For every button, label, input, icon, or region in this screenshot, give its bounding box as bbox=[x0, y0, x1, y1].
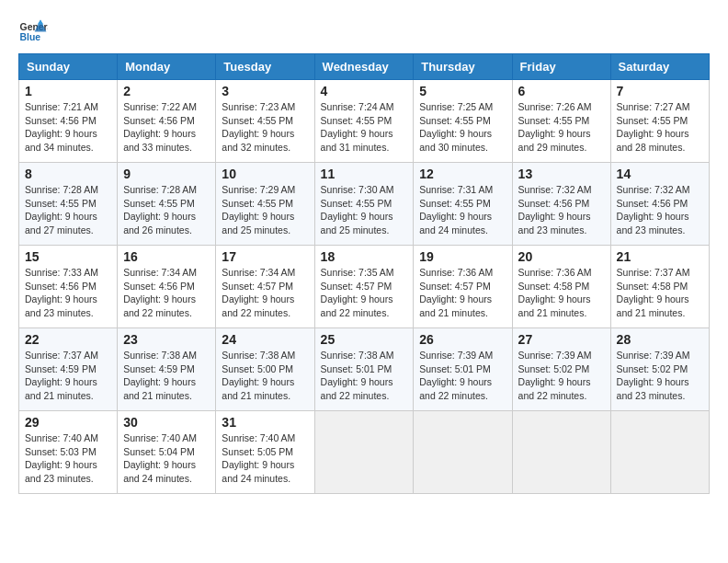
calendar-cell: 2 Sunrise: 7:22 AMSunset: 4:56 PMDayligh… bbox=[118, 80, 216, 163]
logo-icon: General Blue bbox=[18, 18, 48, 44]
calendar-cell: 31 Sunrise: 7:40 AMSunset: 5:05 PMDaylig… bbox=[216, 411, 314, 494]
logo: General Blue bbox=[18, 18, 48, 44]
day-number: 16 bbox=[123, 249, 210, 264]
day-number: 5 bbox=[419, 84, 506, 98]
calendar-cell: 28 Sunrise: 7:39 AMSunset: 5:02 PMDaylig… bbox=[610, 328, 709, 411]
day-info: Sunrise: 7:40 AMSunset: 5:03 PMDaylight:… bbox=[25, 432, 98, 484]
calendar-table: SundayMondayTuesdayWednesdayThursdayFrid… bbox=[18, 53, 710, 494]
day-info: Sunrise: 7:39 AMSunset: 5:01 PMDaylight:… bbox=[419, 350, 493, 401]
day-info: Sunrise: 7:40 AMSunset: 5:04 PMDaylight:… bbox=[123, 432, 197, 484]
day-info: Sunrise: 7:39 AMSunset: 5:02 PMDaylight:… bbox=[617, 350, 690, 401]
weekday-header: Friday bbox=[512, 54, 610, 80]
page-header: General Blue bbox=[18, 18, 710, 44]
calendar-cell: 3 Sunrise: 7:23 AMSunset: 4:55 PMDayligh… bbox=[216, 80, 314, 163]
day-info: Sunrise: 7:28 AMSunset: 4:55 PMDaylight:… bbox=[25, 184, 98, 236]
calendar-week-row: 29 Sunrise: 7:40 AMSunset: 5:03 PMDaylig… bbox=[19, 411, 710, 494]
calendar-cell: 5 Sunrise: 7:25 AMSunset: 4:55 PMDayligh… bbox=[414, 80, 512, 163]
day-info: Sunrise: 7:37 AMSunset: 4:58 PMDaylight:… bbox=[617, 267, 690, 318]
day-number: 27 bbox=[518, 332, 605, 347]
calendar-cell: 23 Sunrise: 7:38 AMSunset: 4:59 PMDaylig… bbox=[118, 328, 216, 411]
day-info: Sunrise: 7:38 AMSunset: 4:59 PMDaylight:… bbox=[123, 350, 197, 401]
day-info: Sunrise: 7:36 AMSunset: 4:57 PMDaylight:… bbox=[419, 267, 493, 318]
day-number: 20 bbox=[518, 249, 605, 264]
svg-text:Blue: Blue bbox=[20, 32, 41, 42]
calendar-cell bbox=[314, 411, 414, 494]
calendar-week-row: 15 Sunrise: 7:33 AMSunset: 4:56 PMDaylig… bbox=[19, 246, 710, 328]
day-info: Sunrise: 7:39 AMSunset: 5:02 PMDaylight:… bbox=[518, 350, 592, 401]
calendar-cell: 10 Sunrise: 7:29 AMSunset: 4:55 PMDaylig… bbox=[216, 163, 314, 246]
day-info: Sunrise: 7:25 AMSunset: 4:55 PMDaylight:… bbox=[419, 101, 493, 153]
calendar-cell: 22 Sunrise: 7:37 AMSunset: 4:59 PMDaylig… bbox=[19, 328, 118, 411]
day-info: Sunrise: 7:38 AMSunset: 5:01 PMDaylight:… bbox=[321, 350, 394, 401]
calendar-cell bbox=[414, 411, 512, 494]
day-number: 15 bbox=[25, 249, 111, 264]
calendar-cell bbox=[610, 411, 709, 494]
day-number: 29 bbox=[25, 415, 111, 430]
calendar-cell: 21 Sunrise: 7:37 AMSunset: 4:58 PMDaylig… bbox=[610, 246, 709, 328]
calendar-cell: 24 Sunrise: 7:38 AMSunset: 5:00 PMDaylig… bbox=[216, 328, 314, 411]
day-info: Sunrise: 7:29 AMSunset: 4:55 PMDaylight:… bbox=[222, 184, 295, 236]
calendar-cell: 12 Sunrise: 7:31 AMSunset: 4:55 PMDaylig… bbox=[414, 163, 512, 246]
day-number: 30 bbox=[123, 415, 210, 430]
weekday-header: Thursday bbox=[414, 54, 512, 80]
weekday-header: Wednesday bbox=[314, 54, 414, 80]
calendar-cell: 14 Sunrise: 7:32 AMSunset: 4:56 PMDaylig… bbox=[610, 163, 709, 246]
day-number: 7 bbox=[617, 84, 703, 98]
calendar-cell: 16 Sunrise: 7:34 AMSunset: 4:56 PMDaylig… bbox=[118, 246, 216, 328]
weekday-header: Tuesday bbox=[216, 54, 314, 80]
day-number: 21 bbox=[617, 249, 703, 264]
day-info: Sunrise: 7:36 AMSunset: 4:58 PMDaylight:… bbox=[518, 267, 592, 318]
day-number: 3 bbox=[222, 84, 308, 98]
calendar-cell: 26 Sunrise: 7:39 AMSunset: 5:01 PMDaylig… bbox=[414, 328, 512, 411]
day-number: 6 bbox=[518, 84, 605, 98]
day-number: 14 bbox=[617, 167, 703, 181]
day-number: 19 bbox=[419, 249, 506, 264]
day-info: Sunrise: 7:31 AMSunset: 4:55 PMDaylight:… bbox=[419, 184, 493, 236]
calendar-cell: 6 Sunrise: 7:26 AMSunset: 4:55 PMDayligh… bbox=[512, 80, 610, 163]
day-number: 8 bbox=[25, 167, 111, 181]
calendar-week-row: 22 Sunrise: 7:37 AMSunset: 4:59 PMDaylig… bbox=[19, 328, 710, 411]
calendar-cell: 11 Sunrise: 7:30 AMSunset: 4:55 PMDaylig… bbox=[314, 163, 414, 246]
day-number: 12 bbox=[419, 167, 506, 181]
calendar-cell: 7 Sunrise: 7:27 AMSunset: 4:55 PMDayligh… bbox=[610, 80, 709, 163]
weekday-header: Monday bbox=[118, 54, 216, 80]
calendar-cell: 18 Sunrise: 7:35 AMSunset: 4:57 PMDaylig… bbox=[314, 246, 414, 328]
calendar-cell: 8 Sunrise: 7:28 AMSunset: 4:55 PMDayligh… bbox=[19, 163, 118, 246]
day-number: 17 bbox=[222, 249, 308, 264]
day-info: Sunrise: 7:32 AMSunset: 4:56 PMDaylight:… bbox=[518, 184, 592, 236]
day-number: 10 bbox=[222, 167, 308, 181]
day-info: Sunrise: 7:26 AMSunset: 4:55 PMDaylight:… bbox=[518, 101, 592, 153]
day-info: Sunrise: 7:35 AMSunset: 4:57 PMDaylight:… bbox=[321, 267, 394, 318]
day-number: 24 bbox=[222, 332, 308, 347]
day-number: 26 bbox=[419, 332, 506, 347]
calendar-cell: 20 Sunrise: 7:36 AMSunset: 4:58 PMDaylig… bbox=[512, 246, 610, 328]
day-info: Sunrise: 7:34 AMSunset: 4:56 PMDaylight:… bbox=[123, 267, 197, 318]
day-info: Sunrise: 7:28 AMSunset: 4:55 PMDaylight:… bbox=[123, 184, 197, 236]
calendar-cell: 29 Sunrise: 7:40 AMSunset: 5:03 PMDaylig… bbox=[19, 411, 118, 494]
calendar-cell: 17 Sunrise: 7:34 AMSunset: 4:57 PMDaylig… bbox=[216, 246, 314, 328]
calendar-week-row: 8 Sunrise: 7:28 AMSunset: 4:55 PMDayligh… bbox=[19, 163, 710, 246]
day-info: Sunrise: 7:32 AMSunset: 4:56 PMDaylight:… bbox=[617, 184, 690, 236]
day-number: 25 bbox=[321, 332, 408, 347]
day-info: Sunrise: 7:24 AMSunset: 4:55 PMDaylight:… bbox=[321, 101, 394, 153]
calendar-cell: 15 Sunrise: 7:33 AMSunset: 4:56 PMDaylig… bbox=[19, 246, 118, 328]
day-info: Sunrise: 7:21 AMSunset: 4:56 PMDaylight:… bbox=[25, 101, 98, 153]
day-number: 9 bbox=[123, 167, 210, 181]
day-info: Sunrise: 7:30 AMSunset: 4:55 PMDaylight:… bbox=[321, 184, 394, 236]
calendar-cell: 25 Sunrise: 7:38 AMSunset: 5:01 PMDaylig… bbox=[314, 328, 414, 411]
day-info: Sunrise: 7:40 AMSunset: 5:05 PMDaylight:… bbox=[222, 432, 295, 484]
day-info: Sunrise: 7:33 AMSunset: 4:56 PMDaylight:… bbox=[25, 267, 98, 318]
day-info: Sunrise: 7:38 AMSunset: 5:00 PMDaylight:… bbox=[222, 350, 295, 401]
day-number: 13 bbox=[518, 167, 605, 181]
day-number: 4 bbox=[321, 84, 408, 98]
calendar-cell: 9 Sunrise: 7:28 AMSunset: 4:55 PMDayligh… bbox=[118, 163, 216, 246]
day-number: 22 bbox=[25, 332, 111, 347]
day-info: Sunrise: 7:22 AMSunset: 4:56 PMDaylight:… bbox=[123, 101, 197, 153]
day-number: 28 bbox=[617, 332, 703, 347]
calendar-cell: 19 Sunrise: 7:36 AMSunset: 4:57 PMDaylig… bbox=[414, 246, 512, 328]
calendar-week-row: 1 Sunrise: 7:21 AMSunset: 4:56 PMDayligh… bbox=[19, 80, 710, 163]
day-number: 2 bbox=[123, 84, 210, 98]
day-info: Sunrise: 7:27 AMSunset: 4:55 PMDaylight:… bbox=[617, 101, 690, 153]
day-info: Sunrise: 7:37 AMSunset: 4:59 PMDaylight:… bbox=[25, 350, 98, 401]
calendar-cell bbox=[512, 411, 610, 494]
